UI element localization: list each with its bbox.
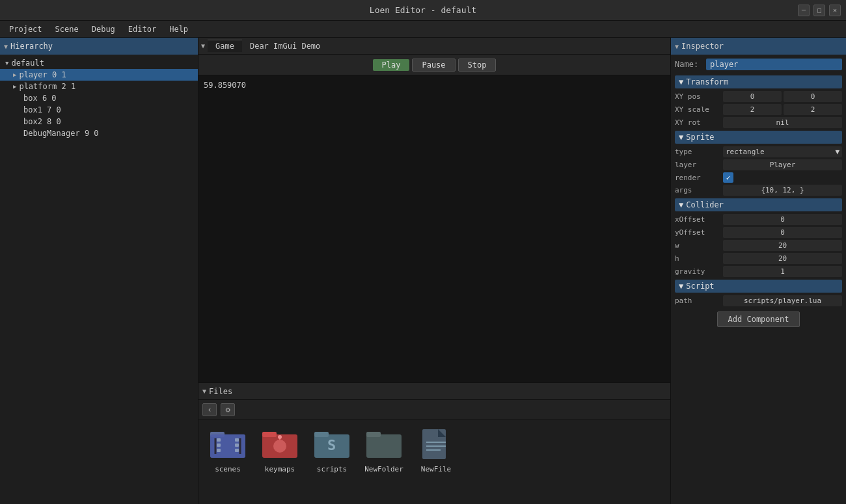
h-label: h [675,254,720,263]
fps-display: 59.859070 [204,81,246,90]
minimize-button[interactable]: ─ [798,5,810,16]
menu-help[interactable]: Help [163,23,195,35]
sprite-args-row: args {10, 12, } [675,185,842,196]
section-script: ▼ Script [675,280,842,293]
main-layout: ▼ Hierarchy ▼ default ▶ player 0 1 ▶ pla… [0,38,846,504]
box1-label: box1 7 0 [23,105,61,114]
menu-project[interactable]: Project [3,23,49,35]
menubar: Project Scene Debug Editor Help [0,21,846,38]
keymaps-folder-icon [259,426,301,462]
sprite-type-value[interactable]: rectangle ▼ [723,146,842,157]
gravity-value[interactable]: 1 [723,266,842,277]
w-row: w 20 [675,240,842,251]
svg-rect-5 [217,438,221,442]
files-label: Files [209,387,232,396]
files-back-button[interactable]: ‹ [202,403,217,416]
sprite-render-checkbox[interactable]: ✓ [723,172,733,183]
sprite-render-label: render [675,174,720,182]
keymaps-label: keymaps [265,465,295,473]
dropdown-arrow-icon: ▼ [835,148,839,156]
svg-point-15 [278,435,282,439]
scenes-label: scenes [215,465,241,473]
svg-rect-12 [262,432,277,437]
svg-rect-8 [235,438,239,442]
tab-dear-imgui[interactable]: Dear ImGui Demo [242,40,328,52]
newfile-icon [415,426,457,462]
play-button[interactable]: Play [373,59,410,71]
menu-debug[interactable]: Debug [85,23,122,35]
newfolder-icon [363,426,405,462]
hierarchy-item-box1[interactable]: box1 7 0 [0,104,198,116]
file-item-newfolder[interactable]: NewFolder [361,426,407,497]
game-view: 59.859070 [198,75,670,382]
box2-label: box2 8 0 [23,117,61,126]
platform-arrow: ▶ [13,83,16,90]
xy-pos-x[interactable]: 0 [723,91,782,102]
w-value[interactable]: 20 [723,240,842,251]
menu-scene[interactable]: Scene [49,23,85,35]
tab-game[interactable]: Game [208,40,242,52]
xy-scale-row: XY scale 2 2 [675,104,842,115]
hierarchy-panel: ▼ Hierarchy ▼ default ▶ player 0 1 ▶ pla… [0,38,198,504]
xy-pos-label: XY pos [675,92,720,101]
files-panel: ▼ Files ‹ ⚙ [198,382,670,504]
xoffset-value[interactable]: 0 [723,214,842,225]
hierarchy-item-platform[interactable]: ▶ platform 2 1 [0,81,198,92]
xy-scale-x[interactable]: 2 [723,104,782,115]
collider-arrow: ▼ [679,200,683,209]
close-button[interactable]: ✕ [829,5,841,16]
h-row: h 20 [675,253,842,264]
svg-rect-6 [217,444,221,447]
xy-rot-value[interactable]: nil [723,117,842,128]
xy-pos-row: XY pos 0 0 [675,91,842,102]
platform-label: platform 2 1 [19,82,75,91]
sprite-layer-value[interactable]: Player [723,159,842,170]
yoffset-row: yOffset 0 [675,227,842,238]
hierarchy-root[interactable]: ▼ default [0,57,198,69]
file-item-keymaps[interactable]: keymaps [257,426,303,497]
pause-button[interactable]: Pause [412,59,455,72]
player-arrow: ▶ [13,72,16,78]
xy-pos-y[interactable]: 0 [784,91,842,102]
hierarchy-item-box2[interactable]: box2 8 0 [0,116,198,127]
transform-label: Transform [686,77,728,86]
svg-rect-7 [217,449,221,452]
menu-editor[interactable]: Editor [122,23,163,35]
titlebar: Loen Editor - default ─ □ ✕ [0,0,846,21]
h-value[interactable]: 20 [723,253,842,264]
hierarchy-arrow: ▼ [4,43,8,50]
root-label: default [11,59,44,68]
hierarchy-item-box[interactable]: box 6 0 [0,92,198,104]
xy-scale-y[interactable]: 2 [784,104,842,115]
box-label: box 6 0 [23,94,57,103]
maximize-button[interactable]: □ [813,5,825,16]
hierarchy-item-player[interactable]: ▶ player 0 1 [0,69,198,81]
sprite-args-value[interactable]: {10, 12, } [723,185,842,196]
script-path-value[interactable]: scripts/player.lua [723,295,842,306]
inspector-content: Name: player ▼ Transform XY pos 0 0 XY s… [671,55,846,336]
yoffset-value[interactable]: 0 [723,227,842,238]
file-item-scenes[interactable]: scenes [205,426,251,497]
svg-rect-17 [314,432,329,437]
stop-button[interactable]: Stop [458,59,497,72]
files-settings-button[interactable]: ⚙ [221,403,235,416]
svg-text:S: S [327,437,336,453]
add-component-button[interactable]: Add Component [717,312,800,327]
scenes-folder-icon [207,426,249,462]
titlebar-controls: ─ □ ✕ [798,5,841,16]
hierarchy-item-debugmanager[interactable]: DebugManager 9 0 [0,127,198,139]
svg-rect-19 [366,434,402,458]
sprite-args-label: args [675,186,720,194]
sprite-layer-row: layer Player [675,159,842,170]
file-item-scripts[interactable]: S scripts [309,426,355,497]
file-item-newfile[interactable]: NewFile [413,426,459,497]
name-value[interactable]: player [706,59,842,70]
svg-rect-10 [235,449,239,452]
files-arrow: ▼ [202,388,206,395]
section-transform: ▼ Transform [675,75,842,88]
xy-rot-row: XY rot nil [675,117,842,128]
yoffset-label: yOffset [675,228,720,237]
transform-arrow: ▼ [679,77,683,86]
inspector-header: ▼ Inspector [671,38,846,55]
section-sprite: ▼ Sprite [675,131,842,144]
